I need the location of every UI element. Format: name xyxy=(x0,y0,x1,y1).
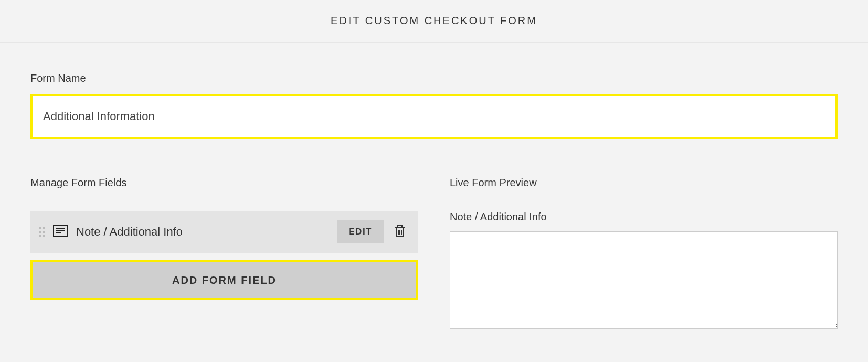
field-row: Note / Additional Info EDIT xyxy=(30,211,418,253)
preview-field-label: Note / Additional Info xyxy=(450,211,838,223)
content: Form Name Manage Form Fields xyxy=(0,43,868,331)
add-form-field-button[interactable]: ADD FORM FIELD xyxy=(30,260,418,300)
columns: Manage Form Fields xyxy=(30,177,838,331)
preview-field: Note / Additional Info xyxy=(450,211,838,331)
preview-column: Live Form Preview Note / Additional Info xyxy=(450,177,838,331)
preview-textarea[interactable] xyxy=(450,231,838,329)
form-name-label: Form Name xyxy=(30,72,838,84)
manage-fields-column: Manage Form Fields xyxy=(30,177,418,300)
form-name-section: Form Name xyxy=(30,72,838,139)
drag-handle-icon[interactable] xyxy=(39,227,45,237)
svg-rect-9 xyxy=(398,226,402,228)
field-list: Note / Additional Info EDIT xyxy=(30,211,418,253)
add-field-section: ADD FORM FIELD xyxy=(30,260,418,300)
trash-icon xyxy=(394,231,406,239)
page-title: EDIT CUSTOM CHECKOUT FORM xyxy=(0,15,868,27)
delete-field-button[interactable] xyxy=(392,223,408,241)
page-header: EDIT CUSTOM CHECKOUT FORM xyxy=(0,0,868,43)
form-name-input[interactable] xyxy=(30,94,838,139)
field-label: Note / Additional Info xyxy=(76,225,329,239)
preview-heading: Live Form Preview xyxy=(450,177,838,189)
manage-fields-heading: Manage Form Fields xyxy=(30,177,418,189)
textarea-icon xyxy=(53,225,68,239)
edit-field-button[interactable]: EDIT xyxy=(337,220,384,243)
